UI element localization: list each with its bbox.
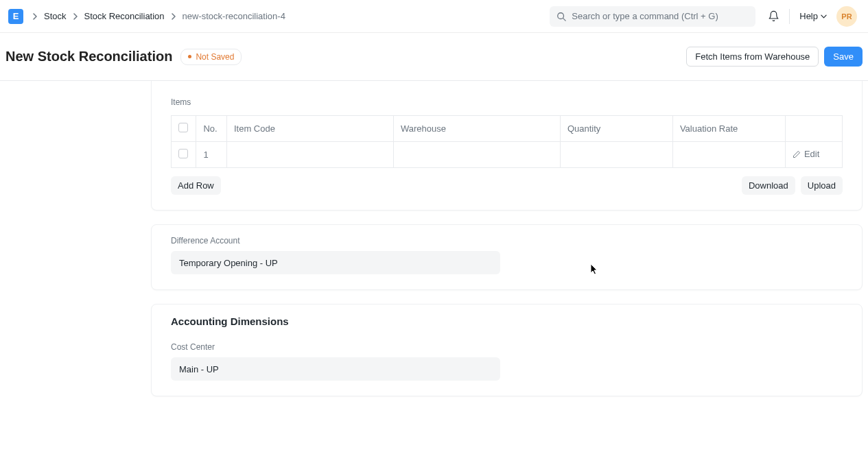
upload-button[interactable]: Upload [801,176,843,195]
status-text: Not Saved [196,52,234,62]
top-navbar: E Stock Stock Reconciliation new-stock-r… [0,0,868,33]
chevron-down-icon [821,14,827,19]
help-label: Help [799,11,818,21]
add-row-button[interactable]: Add Row [171,176,221,195]
search-icon [556,12,566,21]
edit-label: Edit [804,149,819,159]
header-warehouse: Warehouse [393,116,560,142]
status-dot-icon [188,55,191,58]
breadcrumb-current: new-stock-reconciliation-4 [183,11,285,21]
header-checkbox-cell [172,116,196,142]
items-section: Items No. Item Code Warehouse Quantity V… [151,81,863,211]
page-title: New Stock Reconciliation [5,49,172,64]
table-row[interactable]: 1 Edit [172,142,843,168]
header-no: No. [196,116,227,142]
accounting-dimensions-title: Accounting Dimensions [171,315,843,327]
row-item-code[interactable] [226,142,393,168]
form-content: Items No. Item Code Warehouse Quantity V… [0,81,868,413]
header-valuation-rate: Valuation Rate [672,116,785,142]
cost-center-label: Cost Center [171,342,843,352]
search-input[interactable] [570,10,749,22]
svg-line-1 [563,18,566,21]
difference-account-label: Difference Account [171,236,843,246]
row-no: 1 [196,142,227,168]
breadcrumb-stock[interactable]: Stock [44,11,67,21]
difference-account-section: Difference Account Temporary Opening - U… [151,224,863,290]
cost-center-value: Main - UP [179,364,219,374]
cost-center-field[interactable]: Main - UP [171,357,500,381]
select-all-checkbox[interactable] [178,123,188,132]
accounting-dimensions-section: Accounting Dimensions Cost Center Main -… [151,304,863,396]
header-actions [785,116,842,142]
header-item-code: Item Code [226,116,393,142]
chevron-right-icon [71,12,80,21]
edit-row-button[interactable]: Edit [793,149,819,159]
status-badge: Not Saved [180,49,242,65]
app-logo[interactable]: E [8,9,23,24]
nav-separator [789,9,790,24]
difference-account-value: Temporary Opening - UP [179,258,278,268]
row-checkbox[interactable] [178,149,188,158]
breadcrumb: Stock Stock Reconciliation new-stock-rec… [26,11,550,21]
header-quantity: Quantity [560,116,672,142]
download-button[interactable]: Download [742,176,795,195]
row-valuation-rate[interactable] [672,142,785,168]
row-checkbox-cell [172,142,196,168]
difference-account-field[interactable]: Temporary Opening - UP [171,251,500,274]
nav-right: Help PR [768,6,861,27]
fetch-items-button[interactable]: Fetch Items from Warehouse [686,47,819,67]
breadcrumb-stock-reconciliation[interactable]: Stock Reconciliation [84,11,165,21]
items-actions: Add Row Download Upload [171,176,843,195]
row-actions: Edit [785,142,842,168]
save-button[interactable]: Save [824,47,863,67]
items-table: No. Item Code Warehouse Quantity Valuati… [171,115,843,168]
items-label: Items [171,97,843,107]
help-menu[interactable]: Help [799,11,827,21]
avatar[interactable]: PR [836,6,857,27]
bell-icon[interactable] [768,10,779,22]
row-warehouse[interactable] [393,142,560,168]
row-quantity[interactable] [560,142,672,168]
page-header: New Stock Reconciliation Not Saved Fetch… [0,33,868,81]
pencil-icon [793,150,801,158]
global-search[interactable] [550,6,755,27]
chevron-right-icon [30,12,40,21]
chevron-right-icon [169,12,178,21]
